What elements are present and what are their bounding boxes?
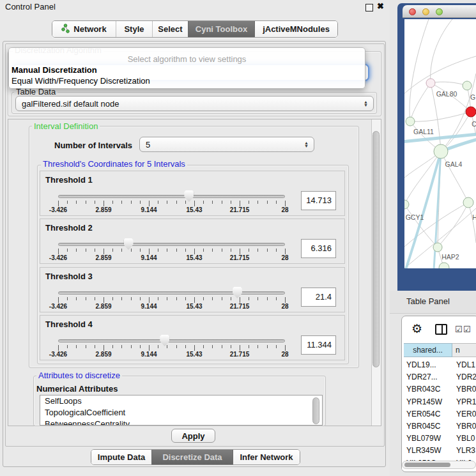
apply-button[interactable]: Apply xyxy=(171,429,215,443)
split-view-icon[interactable] xyxy=(435,324,447,335)
tab-network[interactable]: Network xyxy=(52,21,116,37)
slider-thumb[interactable] xyxy=(233,287,242,298)
tick-mark xyxy=(158,297,158,300)
network-node-hap2[interactable] xyxy=(433,243,442,252)
table-data-combobox[interactable]: galFiltered.sif default node ▲▼ xyxy=(15,96,374,111)
cell-name: YDR2 xyxy=(456,372,476,381)
slider-track[interactable] xyxy=(58,339,285,342)
threshold-value-field[interactable]: 21.4 xyxy=(301,288,336,307)
attributes-list-scrollbar[interactable] xyxy=(312,397,319,424)
table-row[interactable]: YPR145WYPR1 xyxy=(402,396,476,408)
cell-name: YBR0 xyxy=(456,385,476,394)
slider-track[interactable] xyxy=(58,243,285,246)
network-node-c[interactable] xyxy=(466,107,476,117)
tick-label: 15.43 xyxy=(179,303,210,310)
network-node-gcy1[interactable] xyxy=(404,200,409,209)
slider-track[interactable] xyxy=(58,195,285,198)
table-hscrollbar-track[interactable] xyxy=(402,461,476,469)
tick-mark xyxy=(222,345,222,348)
dropdown-option-manual[interactable]: Manual Discretization xyxy=(12,65,97,75)
column-header-shared-name[interactable]: shared... xyxy=(404,343,452,357)
table-row[interactable]: YBR045CYBR0 xyxy=(402,420,476,433)
tick-mark xyxy=(285,297,286,303)
tick-mark xyxy=(267,249,268,252)
network-node[interactable] xyxy=(439,263,449,268)
numerical-attributes-list[interactable]: SelfLoopsTopologicalCoefficientBetweenne… xyxy=(40,395,323,426)
maximize-traffic-light[interactable] xyxy=(436,8,443,15)
slider-thumb[interactable] xyxy=(160,335,169,346)
tick-mark xyxy=(76,345,77,348)
list-item[interactable]: SelfLoops xyxy=(40,395,322,407)
network-node-gal80[interactable] xyxy=(426,79,435,88)
tick-mark xyxy=(176,201,177,204)
column-header-name[interactable]: n xyxy=(452,343,476,357)
tick-mark xyxy=(167,249,167,252)
list-item[interactable]: TopologicalCoefficient xyxy=(40,407,322,418)
threshold-value-field[interactable]: 6.316 xyxy=(301,239,336,258)
tick-label: -3.426 xyxy=(43,303,73,310)
network-node-gal4[interactable] xyxy=(434,144,448,158)
tick-label: 15.43 xyxy=(179,254,210,261)
spinner-arrows-icon: ▲▼ xyxy=(364,100,368,107)
tab-infer-network[interactable]: Infer Network xyxy=(233,450,300,464)
tick-mark xyxy=(231,297,231,300)
minimize-traffic-light[interactable] xyxy=(422,8,429,15)
tab-select[interactable]: Select xyxy=(152,21,188,37)
attributes-group-title: Attributes to discretize xyxy=(36,371,122,380)
gear-icon[interactable]: ⚙ xyxy=(411,323,422,335)
tick-mark xyxy=(249,249,249,252)
table-hscrollbar-thumb[interactable] xyxy=(404,463,450,467)
network-window-titlebar xyxy=(403,5,476,18)
tab-cyni-toolbox[interactable]: Cyni Toolbox xyxy=(188,21,254,37)
network-node-g[interactable] xyxy=(463,81,472,90)
main-scrollbar-thumb[interactable] xyxy=(372,131,380,367)
table-row[interactable]: YDR27...YDR2 xyxy=(402,371,476,383)
tick-mark xyxy=(212,345,213,348)
table-row[interactable]: YBR043CYBR0 xyxy=(402,383,476,395)
tick-label: 28 xyxy=(270,351,300,358)
table-row[interactable]: YER054CYER0 xyxy=(402,408,476,420)
dropdown-option-equal-width[interactable]: Equal Width/Frequency Discretization xyxy=(12,76,150,86)
network-canvas[interactable]: GAL80GCGAL11GAL4GCY1HHAP2 xyxy=(404,19,476,268)
tab-impute-data[interactable]: Impute Data xyxy=(91,450,151,464)
tick-mark xyxy=(131,201,132,204)
tick-mark xyxy=(86,249,86,252)
tab-discretize-data[interactable]: Discretize Data xyxy=(151,450,233,464)
tick-mark xyxy=(285,201,286,206)
control-panel-title: Control Panel xyxy=(5,2,56,12)
tick-mark xyxy=(203,249,204,252)
table-row[interactable]: YLR345WYLR3 xyxy=(402,445,476,457)
tick-mark xyxy=(194,345,195,351)
close-traffic-light[interactable] xyxy=(409,8,416,15)
checkbox-icon[interactable]: ☑ xyxy=(455,325,463,334)
tick-mark xyxy=(112,201,113,204)
tick-mark xyxy=(112,297,113,300)
threshold-value-field[interactable]: 11.344 xyxy=(301,335,336,355)
tab-style[interactable]: Style xyxy=(116,21,152,37)
dropdown-prompt-item[interactable]: Select algorithm to view settings xyxy=(9,54,365,64)
network-node-gal11[interactable] xyxy=(406,117,415,126)
tab-jactivemnodules[interactable]: jActiveMNodules xyxy=(254,21,337,37)
tick-mark xyxy=(249,297,249,300)
tick-mark xyxy=(194,249,195,254)
tick-mark xyxy=(203,201,204,204)
list-item[interactable]: BetweennessCentrality xyxy=(40,418,322,426)
network-node-h[interactable] xyxy=(463,197,473,208)
slider-thumb[interactable] xyxy=(124,238,134,250)
table-row[interactable]: YBL079WYBL0 xyxy=(402,433,476,445)
num-intervals-combobox[interactable]: 5 ▲▼ xyxy=(139,137,314,152)
cell-shared-name: YLR345W xyxy=(406,446,441,455)
tick-label: 21.715 xyxy=(224,351,255,358)
threshold-label: Threshold 4 xyxy=(45,319,93,329)
tick-mark xyxy=(176,297,177,300)
slider-track[interactable] xyxy=(58,291,285,295)
checkbox-icon[interactable]: ☑ xyxy=(463,325,471,334)
table-row[interactable]: YDL19...YDL1 xyxy=(402,359,476,371)
float-window-icon[interactable] xyxy=(365,4,373,12)
close-icon[interactable]: ✖ xyxy=(377,1,384,11)
network-node-label: C xyxy=(472,120,476,128)
cell-shared-name: YDR27... xyxy=(406,372,438,381)
threshold-value-field[interactable]: 14.713 xyxy=(301,191,336,210)
tick-mark xyxy=(231,201,231,204)
cell-shared-name: YER054C xyxy=(406,410,440,418)
